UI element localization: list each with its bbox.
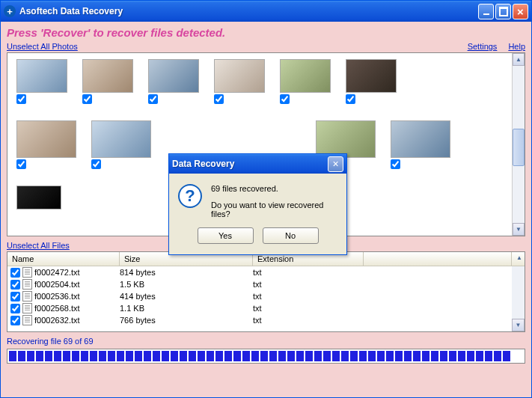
window-title: Asoftech Data Recovery: [19, 6, 478, 16]
progress-segment: [305, 351, 313, 361]
document-icon: [22, 279, 32, 290]
file-extension: txt: [253, 316, 509, 325]
file-extension: txt: [253, 304, 509, 313]
dialog-window: Data Recovery ? 69 files recovered. Do y…: [168, 153, 347, 255]
dialog-message-line2: Do you want to view recovered files?: [211, 200, 337, 218]
progress-segment: [135, 351, 142, 361]
photo-checkbox[interactable]: [82, 94, 92, 104]
files-panel: Name Size Extension ▲ f0002472.txt814 by…: [7, 251, 525, 332]
document-icon: [22, 315, 32, 325]
progress-segment: [27, 351, 34, 361]
file-row[interactable]: f0002472.txt814 bytestxt: [7, 266, 512, 278]
progress-segment: [54, 351, 61, 361]
file-checkbox[interactable]: [10, 292, 20, 301]
status-text: Recovering file 69 of 69: [7, 337, 525, 346]
file-extension: txt: [253, 292, 509, 301]
photo-item[interactable]: [148, 59, 199, 104]
top-links-bar: Unselect All Photos Settings Help: [7, 42, 525, 51]
scroll-up-button[interactable]: ▲: [513, 53, 525, 66]
document-icon: [22, 267, 32, 278]
dialog-message-line1: 69 files recovered.: [211, 184, 337, 193]
photo-checkbox[interactable]: [148, 94, 158, 104]
photo-item[interactable]: [16, 186, 61, 209]
app-icon: [4, 5, 16, 17]
settings-link[interactable]: Settings: [468, 42, 498, 51]
yes-button[interactable]: Yes: [198, 227, 254, 244]
file-row[interactable]: f0002568.txt1.1 KBtxt: [7, 302, 512, 314]
scroll-thumb[interactable]: [513, 129, 525, 166]
photo-item[interactable]: [16, 120, 76, 169]
scroll-up-button[interactable]: ▲: [512, 252, 525, 266]
file-size: 814 bytes: [120, 268, 253, 277]
progress-segment: [323, 351, 331, 361]
progress-segment: [260, 351, 268, 361]
photo-item[interactable]: [391, 120, 450, 169]
photo-thumbnail: [16, 59, 67, 93]
progress-segment: [314, 351, 322, 361]
help-link[interactable]: Help: [508, 42, 525, 51]
file-name: f0002568.txt: [34, 304, 80, 313]
progress-segment: [458, 351, 465, 361]
progress-segment: [224, 351, 232, 361]
scroll-track[interactable]: [513, 66, 525, 223]
progress-segment: [45, 351, 52, 361]
photo-item[interactable]: [91, 120, 151, 169]
progress-segment: [215, 351, 223, 361]
photo-checkbox[interactable]: [16, 94, 26, 104]
column-name[interactable]: Name: [7, 252, 120, 266]
photo-checkbox[interactable]: [214, 94, 224, 104]
progress-segment: [359, 351, 367, 361]
progress-segment: [126, 351, 133, 361]
scroll-down-button[interactable]: ▼: [512, 319, 525, 331]
file-checkbox[interactable]: [10, 304, 20, 313]
document-icon: [22, 303, 32, 313]
files-scrollbar[interactable]: ▼: [512, 266, 525, 331]
photo-checkbox[interactable]: [280, 94, 290, 104]
maximize-button[interactable]: [495, 4, 511, 19]
photo-item[interactable]: [280, 59, 331, 104]
file-row[interactable]: f0002504.txt1.5 KBtxt: [7, 278, 512, 290]
progress-segment: [162, 351, 169, 361]
photo-checkbox[interactable]: [91, 159, 101, 169]
progress-segment: [81, 351, 88, 361]
progress-segment: [144, 351, 151, 361]
photo-checkbox[interactable]: [391, 159, 400, 169]
progress-segment: [377, 351, 385, 361]
progress-segment: [189, 351, 196, 361]
progress-segment: [251, 351, 259, 361]
photo-checkbox[interactable]: [346, 94, 355, 104]
file-row[interactable]: f0002632.txt766 bytestxt: [7, 314, 512, 326]
unselect-all-photos-link[interactable]: Unselect All Photos: [7, 42, 78, 51]
photo-thumbnail: [346, 59, 397, 93]
photo-item[interactable]: [16, 59, 67, 104]
file-checkbox[interactable]: [10, 280, 20, 290]
progress-segment: [494, 351, 501, 361]
file-size: 414 bytes: [120, 292, 253, 301]
photo-checkbox[interactable]: [16, 159, 26, 169]
progress-segment: [350, 351, 358, 361]
photos-scrollbar[interactable]: ▲ ▼: [512, 53, 525, 236]
progress-segment: [153, 351, 160, 361]
progress-segment: [467, 351, 474, 361]
file-checkbox[interactable]: [10, 268, 20, 278]
photo-item[interactable]: [346, 59, 397, 104]
progress-segment: [242, 351, 250, 361]
scroll-track[interactable]: [512, 266, 525, 319]
scroll-down-button[interactable]: ▼: [513, 223, 525, 236]
progress-segment: [9, 351, 16, 361]
progress-segment: [440, 351, 447, 361]
progress-segment: [171, 351, 178, 361]
progress-segment: [99, 351, 106, 361]
minimize-button[interactable]: [478, 4, 494, 19]
progress-segment: [431, 351, 438, 361]
dialog-close-button[interactable]: [328, 156, 343, 172]
file-name: f0002472.txt: [34, 268, 80, 277]
file-row[interactable]: f0002536.txt414 bytestxt: [7, 290, 512, 302]
close-button[interactable]: [513, 4, 528, 19]
photo-item[interactable]: [214, 59, 265, 104]
file-size: 1.1 KB: [120, 304, 253, 313]
file-checkbox[interactable]: [10, 316, 20, 325]
window-buttons: [478, 4, 528, 19]
no-button[interactable]: No: [263, 227, 319, 244]
photo-item[interactable]: [82, 59, 133, 104]
